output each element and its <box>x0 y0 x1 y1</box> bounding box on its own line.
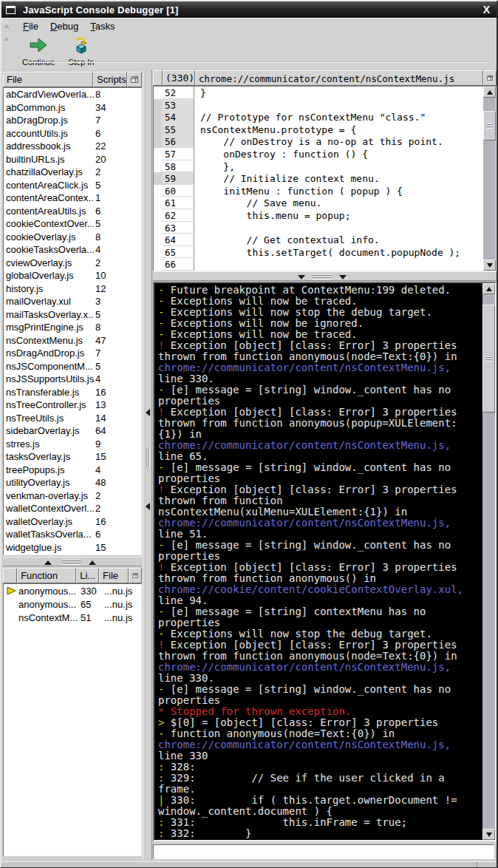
script-row[interactable]: sidebarOverlay.js64 <box>4 424 141 438</box>
column-header-file[interactable]: File <box>99 568 129 583</box>
vertical-splitter[interactable] <box>143 70 152 860</box>
collapse-up-icon[interactable] <box>44 560 52 565</box>
script-row[interactable]: cookieTasksOverla...4 <box>4 243 141 257</box>
collapse-left-icon[interactable] <box>146 503 150 510</box>
script-row[interactable]: contentAreaClick.js5 <box>4 179 141 192</box>
status-resizer[interactable] <box>477 862 497 867</box>
breakpoint-margin[interactable] <box>154 111 162 123</box>
source-line[interactable]: 64 // Get contextual info. <box>154 234 496 246</box>
column-header-line[interactable]: Li... <box>76 568 99 583</box>
breakpoint-margin[interactable] <box>154 148 162 160</box>
stack-frame-row[interactable]: anonymous...330...nu.js <box>4 584 141 597</box>
column-header-scripts[interactable]: Scripts <box>93 72 127 87</box>
collapse-down-icon[interactable] <box>339 275 347 279</box>
source-line[interactable]: 58 }, <box>154 160 496 173</box>
script-row[interactable]: mailOverlay.xul3 <box>4 295 141 308</box>
script-row[interactable]: contentAreaUtils.js6 <box>4 205 141 218</box>
source-line[interactable]: 57 onDestroy : function () { <box>154 148 496 160</box>
script-row[interactable]: abCardViewOverla...8 <box>4 88 141 101</box>
script-row[interactable]: mailTasksOverlay.x...5 <box>4 308 141 322</box>
scrollbar-track[interactable] <box>482 294 495 829</box>
script-row[interactable]: cookieContextOver...5 <box>4 217 141 231</box>
scrollbar-track[interactable] <box>483 98 496 260</box>
column-picker-icon[interactable] <box>127 72 142 87</box>
source-line[interactable]: 55nsContextMenu.prototype = { <box>154 123 496 136</box>
source-line[interactable]: 63 <box>154 222 496 234</box>
toolbar-grippy-icon[interactable] <box>4 37 10 41</box>
scroll-up-icon[interactable] <box>483 87 496 98</box>
right-horizontal-splitter[interactable] <box>153 271 497 281</box>
left-horizontal-splitter[interactable] <box>3 557 142 566</box>
source-line[interactable]: 60 initMenu : function ( popup ) { <box>154 185 496 197</box>
splitter-grippy-icon[interactable] <box>145 447 150 467</box>
console-link[interactable]: chrome://cookie/content/cookieContextOve… <box>158 583 463 595</box>
script-row[interactable]: tasksOverlay.js15 <box>4 450 141 464</box>
scrollbar-thumb[interactable] <box>483 111 496 140</box>
breakpoint-margin[interactable] <box>154 135 162 148</box>
script-row[interactable]: msgPrintEngine.js8 <box>4 321 141 334</box>
source-line[interactable]: 66 <box>154 258 496 271</box>
script-row[interactable]: abCommon.js34 <box>4 101 141 115</box>
source-line[interactable]: 59 // Initialize context menu. <box>154 172 496 185</box>
breakpoint-margin[interactable] <box>154 234 162 246</box>
menubar-grippy-icon[interactable] <box>4 24 10 28</box>
script-row[interactable]: nsJSComponentM...5 <box>4 360 141 373</box>
script-row[interactable]: accountUtils.js6 <box>4 127 141 140</box>
script-row[interactable]: contentAreaContex...1 <box>4 191 141 205</box>
breakpoint-margin[interactable] <box>154 197 162 209</box>
source-line[interactable]: 61 // Save menu. <box>154 197 496 209</box>
script-row[interactable]: nsTransferable.js16 <box>4 386 141 399</box>
collapse-up-icon[interactable] <box>89 560 96 565</box>
source-line[interactable]: 52} <box>154 87 496 99</box>
column-picker-icon[interactable] <box>129 568 142 583</box>
scroll-up-icon[interactable] <box>482 283 495 294</box>
script-row[interactable]: cookieOverlay.js8 <box>4 231 141 244</box>
console-link[interactable]: chrome://communicator/content/nsContextM… <box>158 517 451 529</box>
script-row[interactable]: builtinURLs.js20 <box>4 153 141 166</box>
console-input[interactable] <box>153 844 494 859</box>
source-scrollbar[interactable] <box>483 87 496 271</box>
breakpoint-margin[interactable] <box>154 160 162 173</box>
column-picker-icon[interactable] <box>483 70 497 86</box>
script-row[interactable]: nsJSSupportsUtils.js4 <box>4 373 141 386</box>
breakpoint-margin[interactable] <box>154 222 162 234</box>
breakpoint-margin[interactable] <box>154 123 162 136</box>
script-row[interactable]: utilityOverlay.js48 <box>4 476 141 489</box>
breakpoint-margin[interactable] <box>154 172 162 185</box>
script-row[interactable]: widgetglue.js15 <box>4 541 141 555</box>
breakpoint-margin[interactable] <box>154 209 162 222</box>
source-line[interactable]: 62 this.menu = popup; <box>154 209 496 222</box>
window-menu-icon[interactable] <box>6 6 16 14</box>
splitter-grippy-icon[interactable] <box>62 560 81 565</box>
step-in-button[interactable]: Step In <box>60 35 103 66</box>
column-header-source-url[interactable]: chrome://communicator/content/nsContextM… <box>195 70 483 86</box>
script-row[interactable]: nsTreeController.js13 <box>4 399 141 412</box>
script-row[interactable]: cviewOverlay.js2 <box>4 257 141 270</box>
stack-frame-row[interactable]: nsContextM...51...nu.js <box>4 611 141 624</box>
column-header-function[interactable]: Function <box>17 568 76 583</box>
collapse-down-icon[interactable] <box>298 275 305 279</box>
console-link[interactable]: chrome://communicator/content/nsContextM… <box>158 439 451 451</box>
breakpoint-margin[interactable] <box>154 258 162 271</box>
breakpoint-margin[interactable] <box>154 99 162 112</box>
menu-debug[interactable]: Debug <box>44 19 84 33</box>
console-scrollbar[interactable] <box>482 283 495 840</box>
menu-file[interactable]: File <box>17 19 44 33</box>
column-header-file[interactable]: File <box>3 72 93 87</box>
script-row[interactable]: strres.js9 <box>4 438 141 451</box>
continue-button[interactable]: Continue <box>17 35 60 66</box>
splitter-grippy-icon[interactable] <box>313 274 332 279</box>
scroll-down-icon[interactable] <box>483 260 496 271</box>
script-row[interactable]: globalOverlay.js10 <box>4 269 141 282</box>
column-header-line-number[interactable]: (330) <box>163 70 195 86</box>
stack-frame-row[interactable]: anonymous...65...nu.js <box>4 597 141 611</box>
script-row[interactable]: nsContextMenu.js47 <box>4 334 141 347</box>
source-line[interactable]: 65 this.setTarget( document.popupNode ); <box>154 246 496 259</box>
source-line[interactable]: 56 // onDestroy is a no-op at this point… <box>154 135 496 148</box>
collapse-left-icon[interactable] <box>146 409 150 416</box>
scroll-down-icon[interactable] <box>482 829 495 840</box>
console-link[interactable]: chrome://communicator/content/nsContextM… <box>158 362 451 373</box>
console-output[interactable]: - Future breakpoint at ContextMenu:199 d… <box>154 283 482 840</box>
script-row[interactable]: history.js12 <box>4 282 141 296</box>
breakpoint-margin[interactable] <box>154 246 162 259</box>
